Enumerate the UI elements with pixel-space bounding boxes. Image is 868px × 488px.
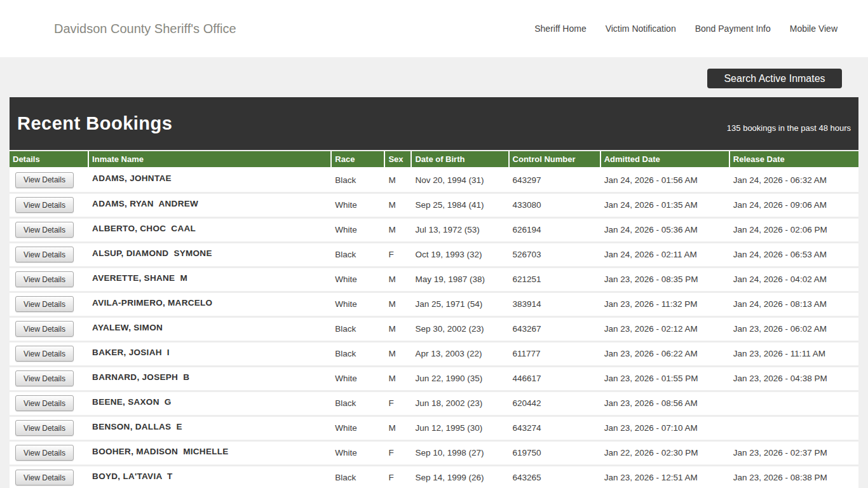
search-active-inmates-button[interactable]: Search Active Inmates: [707, 69, 842, 88]
main-nav: Sheriff Home Victim Notification Bond Pa…: [534, 24, 837, 34]
table-row: View DetailsALBERTO, CHOC CAALWhiteMJul …: [10, 217, 858, 242]
nav-mobile-view[interactable]: Mobile View: [790, 24, 837, 34]
date-of-birth-cell: Apr 13, 2003 (22): [411, 341, 508, 366]
view-details-button[interactable]: View Details: [15, 197, 74, 213]
release-date-cell: Jan 23, 2026 - 02:37 PM: [729, 440, 858, 465]
race-cell: Black: [331, 465, 384, 488]
view-details-button[interactable]: View Details: [15, 247, 74, 262]
admitted-date-cell: Jan 23, 2026 - 07:10 AM: [600, 416, 729, 440]
col-header-date-of-birth: Date of Birth: [411, 151, 508, 168]
nav-sheriff-home[interactable]: Sheriff Home: [534, 24, 586, 34]
details-cell: View Details: [10, 217, 88, 242]
col-header-race: Race: [331, 151, 384, 168]
inmate-name-cell: BOOHER, MADISON MICHELLE: [88, 440, 331, 465]
admitted-date-cell: Jan 23, 2026 - 08:56 AM: [600, 391, 729, 416]
race-cell: Black: [331, 391, 384, 416]
table-row: View DetailsAVERETTE, SHANE MWhiteMMay 1…: [10, 267, 858, 292]
race-cell: White: [331, 292, 384, 316]
race-cell: White: [331, 366, 384, 391]
control-number-cell: 619750: [509, 440, 600, 465]
table-row: View DetailsADAMS, JOHNTAEBlackMNov 20, …: [10, 168, 858, 193]
inmate-name-cell: BAKER, JOSIAH I: [88, 341, 331, 366]
col-header-release-date: Release Date: [729, 151, 858, 168]
race-cell: Black: [331, 168, 384, 193]
details-cell: View Details: [10, 242, 88, 267]
bookings-table-header: Details Inmate Name Race Sex Date of Bir…: [10, 151, 858, 168]
content-area: Search Active Inmates Recent Bookings 13…: [0, 57, 868, 488]
control-number-cell: 446617: [509, 366, 600, 391]
date-of-birth-cell: Jul 13, 1972 (53): [411, 217, 508, 242]
table-row: View DetailsBOYD, LA'TAVIA TBlackFSep 14…: [10, 465, 858, 488]
col-header-control-number: Control Number: [509, 151, 600, 168]
date-of-birth-cell: Sep 30, 2002 (23): [411, 316, 508, 341]
date-of-birth-cell: Sep 14, 1999 (26): [411, 465, 508, 488]
race-cell: White: [331, 416, 384, 440]
date-of-birth-cell: May 19, 1987 (38): [411, 267, 508, 292]
view-details-button[interactable]: View Details: [15, 346, 74, 362]
inmate-name-cell: ALSUP, DIAMOND SYMONE: [88, 242, 331, 267]
table-row: View DetailsBARNARD, JOSEPH BWhiteMJun 2…: [10, 366, 858, 391]
view-details-button[interactable]: View Details: [15, 420, 74, 436]
details-cell: View Details: [10, 416, 88, 440]
release-date-cell: Jan 23, 2026 - 08:38 PM: [729, 465, 858, 488]
table-row: View DetailsBEENE, SAXON GBlackFJun 18, …: [10, 391, 858, 416]
nav-bond-payment-info[interactable]: Bond Payment Info: [695, 24, 771, 34]
release-date-cell: Jan 24, 2026 - 04:02 AM: [729, 267, 858, 292]
date-of-birth-cell: Nov 20, 1994 (31): [411, 168, 508, 193]
recent-bookings-banner: Recent Bookings 135 bookings in the past…: [10, 97, 858, 150]
admitted-date-cell: Jan 24, 2026 - 01:56 AM: [600, 168, 729, 193]
admitted-date-cell: Jan 24, 2026 - 02:11 AM: [600, 242, 729, 267]
table-row: View DetailsALSUP, DIAMOND SYMONEBlackFO…: [10, 242, 858, 267]
control-number-cell: 611777: [509, 341, 600, 366]
inmate-name-cell: ALBERTO, CHOC CAAL: [88, 217, 331, 242]
admitted-date-cell: Jan 23, 2026 - 12:51 AM: [600, 465, 729, 488]
col-header-sex: Sex: [384, 151, 411, 168]
admitted-date-cell: Jan 24, 2026 - 05:36 AM: [600, 217, 729, 242]
view-details-button[interactable]: View Details: [15, 321, 74, 337]
inmate-name-cell: AVERETTE, SHANE M: [88, 267, 331, 292]
sex-cell: M: [384, 193, 411, 217]
control-number-cell: 643265: [509, 465, 600, 488]
view-details-button[interactable]: View Details: [15, 445, 74, 461]
details-cell: View Details: [10, 267, 88, 292]
release-date-cell: Jan 24, 2026 - 08:13 AM: [729, 292, 858, 316]
inmate-name-cell: BOYD, LA'TAVIA T: [88, 465, 331, 488]
admitted-date-cell: Jan 22, 2026 - 02:30 PM: [600, 440, 729, 465]
sex-cell: M: [384, 217, 411, 242]
inmate-name-cell: BEENE, SAXON G: [88, 391, 331, 416]
release-date-cell: Jan 23, 2026 - 04:38 PM: [729, 366, 858, 391]
view-details-button[interactable]: View Details: [15, 470, 74, 485]
view-details-button[interactable]: View Details: [15, 370, 74, 386]
details-cell: View Details: [10, 440, 88, 465]
race-cell: Black: [331, 316, 384, 341]
control-number-cell: 626194: [509, 217, 600, 242]
page-title: Recent Bookings: [17, 113, 172, 134]
admitted-date-cell: Jan 23, 2026 - 08:35 PM: [600, 267, 729, 292]
date-of-birth-cell: Oct 19, 1993 (32): [411, 242, 508, 267]
view-details-button[interactable]: View Details: [15, 271, 74, 287]
table-row: View DetailsBENSON, DALLAS EWhiteMJun 12…: [10, 416, 858, 440]
view-details-button[interactable]: View Details: [15, 222, 74, 238]
view-details-button[interactable]: View Details: [15, 296, 74, 312]
admitted-date-cell: Jan 24, 2026 - 01:35 AM: [600, 193, 729, 217]
view-details-button[interactable]: View Details: [15, 395, 74, 411]
sex-cell: M: [384, 366, 411, 391]
inmate-name-cell: ADAMS, JOHNTAE: [88, 168, 331, 193]
date-of-birth-cell: Sep 25, 1984 (41): [411, 193, 508, 217]
race-cell: White: [331, 267, 384, 292]
release-date-cell: [729, 416, 858, 440]
race-cell: White: [331, 193, 384, 217]
inmate-name-cell: AVILA-PRIMERO, MARCELO: [88, 292, 331, 316]
col-header-details: Details: [10, 151, 88, 168]
control-number-cell: 621251: [509, 267, 600, 292]
details-cell: View Details: [10, 292, 88, 316]
release-date-cell: [729, 391, 858, 416]
date-of-birth-cell: Jun 12, 1995 (30): [411, 416, 508, 440]
site-header: Davidson County Sheriff's Office Sheriff…: [0, 0, 868, 57]
nav-victim-notification[interactable]: Victim Notification: [606, 24, 676, 34]
control-number-cell: 526703: [509, 242, 600, 267]
sex-cell: F: [384, 242, 411, 267]
view-details-button[interactable]: View Details: [15, 172, 74, 188]
inmate-name-cell: BENSON, DALLAS E: [88, 416, 331, 440]
date-of-birth-cell: Jan 25, 1971 (54): [411, 292, 508, 316]
